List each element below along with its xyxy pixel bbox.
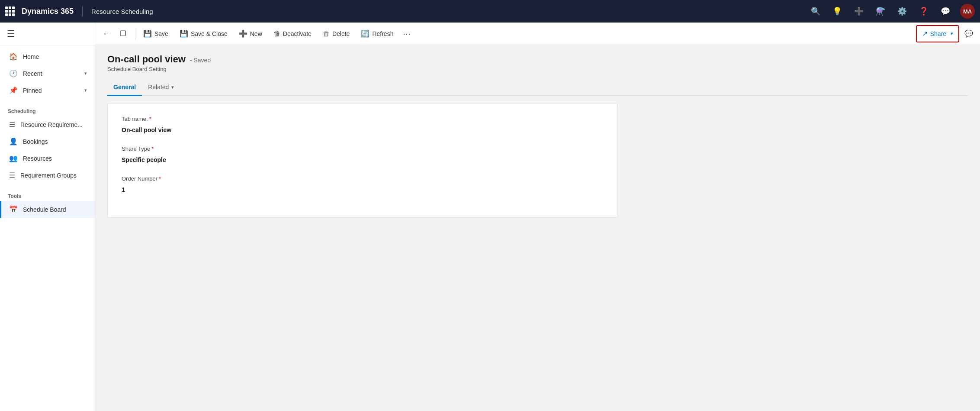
save-icon: 💾: [143, 29, 152, 38]
cmd-nav: ← ❐: [99, 26, 131, 42]
deactivate-label: Deactivate: [283, 30, 312, 37]
sidebar-toggle[interactable]: ☰: [0, 23, 95, 45]
save-close-button[interactable]: 💾 Save & Close: [174, 25, 233, 42]
search-icon[interactable]: 🔍: [809, 4, 823, 18]
open-in-new-button[interactable]: ❐: [115, 26, 131, 42]
add-icon[interactable]: ➕: [852, 4, 866, 18]
share-label: Share: [930, 30, 946, 37]
save-label: Save: [154, 30, 168, 37]
sidebar-label-pinned: Pinned: [23, 87, 79, 94]
sidebar: ☰ 🏠 Home 🕐 Recent ▾ 📌 Pinned ▾ Schedulin…: [0, 23, 95, 411]
page-saved-status: - Saved: [190, 57, 211, 64]
share-button[interactable]: ↗ Share ▾: [916, 25, 959, 42]
top-nav: Dynamics 365 Resource Scheduling 🔍 💡 ➕ ⚗…: [0, 0, 980, 23]
chevron-down-icon-2: ▾: [84, 87, 87, 93]
share-icon: ↗: [922, 29, 928, 38]
page-subtitle: Schedule Board Setting: [107, 66, 968, 72]
tab-general-label: General: [113, 84, 136, 91]
nav-divider: [82, 6, 83, 16]
scheduling-section-label: Scheduling: [0, 104, 95, 116]
tab-name-label: Tab name. *: [122, 116, 604, 122]
save-close-icon: 💾: [180, 29, 188, 38]
command-bar: ← ❐ 💾 Save 💾 Save & Close ➕ New 🗑 Deacti…: [95, 23, 980, 45]
app-name: Dynamics 365: [22, 7, 74, 16]
sidebar-label-home: Home: [23, 53, 87, 60]
back-button[interactable]: ←: [99, 26, 114, 42]
refresh-label: Refresh: [372, 30, 393, 37]
tab-general[interactable]: General: [107, 79, 142, 96]
tab-related-chevron-icon: ▾: [171, 84, 174, 90]
recent-icon: 🕐: [9, 69, 18, 78]
form-field-share-type: Share Type * Specific people: [122, 146, 604, 165]
bookings-icon: 👤: [9, 137, 18, 146]
module-name: Resource Scheduling: [91, 8, 153, 15]
content-area: ← ❐ 💾 Save 💾 Save & Close ➕ New 🗑 Deacti…: [95, 23, 980, 411]
new-icon: ➕: [239, 29, 247, 38]
tools-section-label: Tools: [0, 189, 95, 201]
form-field-tab-name: Tab name. * On-call pool view: [122, 116, 604, 135]
share-type-required-star: *: [151, 146, 154, 152]
share-chevron-icon: ▾: [951, 31, 953, 36]
avatar[interactable]: MA: [960, 4, 975, 19]
order-number-required-star: *: [159, 175, 161, 182]
hamburger-icon[interactable]: ☰: [7, 29, 15, 39]
cmd-divider-1: [135, 28, 135, 40]
new-button[interactable]: ➕ New: [234, 25, 267, 42]
sidebar-section-main: 🏠 Home 🕐 Recent ▾ 📌 Pinned ▾: [0, 45, 95, 101]
tab-name-required-star: *: [149, 116, 151, 122]
sidebar-section-tools: Tools 📅 Schedule Board: [0, 186, 95, 220]
order-number-label: Order Number *: [122, 175, 604, 182]
delete-icon: 🗑: [323, 30, 330, 38]
share-type-label: Share Type *: [122, 146, 604, 152]
req-groups-icon: ☰: [9, 171, 15, 179]
sidebar-item-req-groups[interactable]: ☰ Requirement Groups: [0, 167, 95, 184]
sidebar-item-resource-req[interactable]: ☰ Resource Requireme...: [0, 116, 95, 133]
lightbulb-icon[interactable]: 💡: [830, 4, 844, 18]
sidebar-item-recent[interactable]: 🕐 Recent ▾: [0, 65, 95, 82]
pin-icon: 📌: [9, 86, 18, 94]
chat-icon[interactable]: 💬: [938, 4, 952, 18]
main-layout: ☰ 🏠 Home 🕐 Recent ▾ 📌 Pinned ▾ Schedulin…: [0, 23, 980, 411]
sidebar-label-recent: Recent: [23, 70, 79, 77]
sidebar-label-schedule-board: Schedule Board: [23, 206, 87, 213]
help-icon[interactable]: ❓: [917, 4, 931, 18]
sidebar-item-bookings[interactable]: 👤 Bookings: [0, 133, 95, 150]
cmd-right: ↗ Share ▾ 💬: [916, 25, 977, 42]
chat-panel-button[interactable]: 💬: [961, 25, 977, 42]
sidebar-item-home[interactable]: 🏠 Home: [0, 48, 95, 65]
form-card: Tab name. * On-call pool view Share Type…: [107, 103, 618, 218]
filter-icon[interactable]: ⚗️: [874, 4, 887, 18]
form-field-order-number: Order Number * 1: [122, 175, 604, 195]
deactivate-icon: 🗑: [273, 30, 280, 38]
deactivate-button[interactable]: 🗑 Deactivate: [268, 25, 317, 42]
tab-related-label: Related: [148, 84, 169, 91]
schedule-board-icon: 📅: [9, 205, 18, 214]
page-title: On-call pool view: [107, 54, 186, 65]
sidebar-label-req-groups: Requirement Groups: [20, 172, 87, 179]
tab-name-value: On-call pool view: [122, 125, 604, 135]
settings-icon[interactable]: ⚙️: [895, 4, 909, 18]
sidebar-section-scheduling: Scheduling ☰ Resource Requireme... 👤 Boo…: [0, 101, 95, 186]
tab-related[interactable]: Related ▾: [142, 79, 180, 96]
new-label: New: [250, 30, 262, 37]
refresh-icon: 🔄: [361, 29, 370, 38]
share-type-value: Specific people: [122, 155, 604, 165]
page-title-row: On-call pool view - Saved: [107, 54, 968, 65]
top-nav-actions: 🔍 💡 ➕ ⚗️ ⚙️ ❓ 💬 MA: [809, 4, 975, 19]
home-icon: 🏠: [9, 52, 18, 61]
sidebar-label-resource-req: Resource Requireme...: [20, 121, 87, 128]
page-content: On-call pool view - Saved Schedule Board…: [95, 45, 980, 411]
save-close-label: Save & Close: [191, 30, 228, 37]
chevron-down-icon: ▾: [84, 71, 87, 76]
refresh-button[interactable]: 🔄 Refresh: [356, 25, 398, 42]
order-number-value: 1: [122, 184, 604, 195]
page-header: On-call pool view - Saved Schedule Board…: [107, 54, 968, 72]
save-button[interactable]: 💾 Save: [138, 25, 174, 42]
more-options-button[interactable]: ⋯: [399, 26, 414, 41]
sidebar-item-pinned[interactable]: 📌 Pinned ▾: [0, 82, 95, 99]
sidebar-label-resources: Resources: [23, 155, 87, 162]
apps-icon[interactable]: [5, 6, 15, 16]
sidebar-item-resources[interactable]: 👥 Resources: [0, 150, 95, 167]
sidebar-item-schedule-board[interactable]: 📅 Schedule Board: [0, 201, 95, 218]
delete-button[interactable]: 🗑 Delete: [318, 25, 355, 42]
